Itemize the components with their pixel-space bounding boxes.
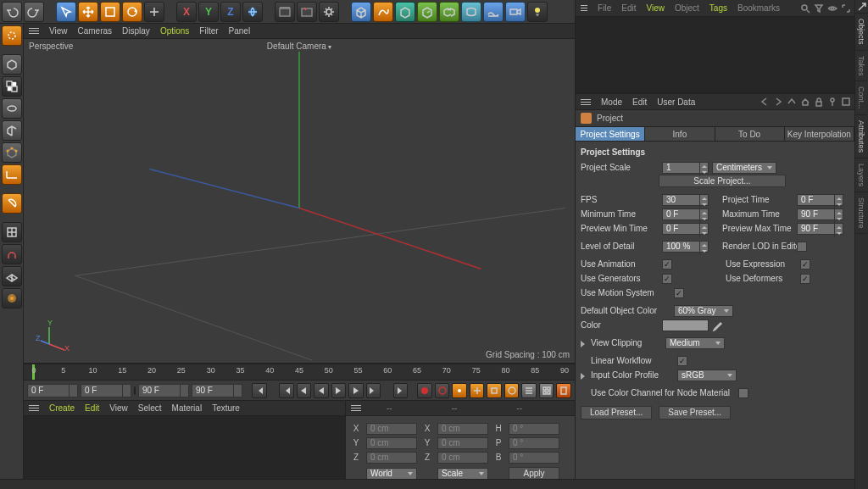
expand-icon[interactable] [581, 340, 587, 347]
autokey-button[interactable] [435, 383, 450, 398]
tab-attributes[interactable]: Attributes [855, 115, 867, 158]
render-settings-button[interactable] [319, 2, 339, 22]
generator-subdiv[interactable] [417, 2, 437, 22]
eye-icon[interactable] [827, 3, 837, 14]
workplane-button[interactable] [2, 266, 22, 286]
menu-view[interactable]: View [646, 3, 665, 13]
coord-scale-dropdown[interactable]: Scale [437, 468, 488, 480]
min-time-field[interactable]: 0 F [662, 208, 709, 220]
key-selection-button[interactable] [452, 383, 467, 398]
menu-material[interactable]: Material [172, 403, 203, 413]
corner-icon[interactable] [855, 0, 868, 14]
time-current-field[interactable]: 0 F [27, 384, 78, 397]
menu-icon[interactable] [351, 405, 361, 411]
next-key-button[interactable] [366, 383, 381, 398]
spline-tool[interactable] [373, 2, 393, 22]
coord-b[interactable]: 0 ° [509, 452, 559, 464]
menu-icon[interactable] [581, 99, 591, 105]
coord-p[interactable]: 0 ° [509, 437, 559, 449]
vp-menu-display[interactable]: Display [122, 26, 150, 36]
record-button[interactable] [417, 383, 432, 398]
nav-up-icon[interactable] [787, 97, 797, 107]
menu-bookmarks[interactable]: Bookmarks [737, 3, 780, 13]
z-axis-lock[interactable]: Z [220, 2, 241, 22]
fps-field[interactable]: 30 [662, 194, 709, 206]
rotate-tool[interactable] [122, 2, 142, 22]
workplane-mode[interactable] [2, 120, 22, 141]
viewport[interactable]: Perspective Default Camera Y X Z Grid Sp… [24, 39, 575, 364]
project-scale-unit[interactable]: Centimeters [712, 162, 776, 174]
tab-content[interactable]: Cont... [855, 81, 867, 115]
select-tool[interactable] [56, 2, 76, 22]
point-mode[interactable] [2, 142, 22, 163]
tab-objects[interactable]: Objects [855, 14, 867, 51]
expand-icon[interactable] [841, 3, 851, 14]
menu-object[interactable]: Object [675, 3, 699, 13]
max-time-field[interactable]: 90 F [797, 208, 843, 220]
menu-texture[interactable]: Texture [212, 403, 240, 413]
menu-select[interactable]: Select [138, 403, 162, 413]
model-mode[interactable] [2, 76, 22, 97]
generator-array[interactable] [439, 2, 459, 22]
menu-icon[interactable] [581, 5, 587, 11]
nav-fwd-icon[interactable] [773, 97, 783, 107]
vp-menu-panel[interactable]: Panel [229, 26, 251, 36]
menu-edit[interactable]: Edit [632, 97, 647, 107]
expand-icon[interactable] [581, 372, 587, 379]
popout-icon[interactable] [841, 97, 851, 107]
vp-menu-cameras[interactable]: Cameras [78, 26, 113, 36]
timeline-ruler[interactable]: 051015202530354045505560657075808590 [24, 364, 575, 381]
edge-mode[interactable] [2, 164, 22, 185]
tab-todo[interactable]: To Do [715, 127, 785, 141]
filter-icon[interactable] [814, 3, 824, 14]
enable-axis[interactable] [2, 193, 22, 214]
preview-max-field[interactable]: 90 F [797, 223, 843, 235]
texture-mode[interactable] [2, 98, 22, 119]
next-frame-button[interactable] [348, 383, 364, 398]
color-picker-icon[interactable] [712, 320, 724, 331]
tab-layers[interactable]: Layers [855, 158, 867, 192]
x-axis-lock[interactable]: X [176, 2, 197, 22]
prev-frame-button[interactable] [297, 383, 312, 398]
last-tool[interactable] [144, 2, 164, 22]
input-color-profile-dropdown[interactable]: sRGB [677, 370, 737, 381]
search-icon[interactable] [800, 3, 810, 14]
save-preset-button[interactable]: Save Preset... [659, 406, 731, 420]
project-scale-field[interactable]: 1 [662, 162, 709, 174]
time-to-field[interactable]: 90 F [138, 384, 189, 397]
linear-workflow-checkbox[interactable] [677, 356, 687, 366]
preview-min-field[interactable]: 0 F [662, 223, 709, 235]
coord-x-pos[interactable]: 0 cm [366, 423, 417, 435]
scale-project-button[interactable]: Scale Project... [659, 175, 786, 187]
goto-start-button[interactable] [252, 383, 267, 398]
tab-structure[interactable]: Structure [855, 192, 867, 235]
use-deformers-checkbox[interactable] [800, 274, 810, 284]
redo-button[interactable] [24, 2, 44, 22]
goto-end-button[interactable] [393, 383, 409, 398]
nav-back-icon[interactable] [760, 97, 770, 107]
cube-primitive[interactable] [351, 2, 371, 22]
menu-icon[interactable] [29, 405, 39, 411]
tab-project-settings[interactable]: Project Settings [576, 127, 645, 141]
coord-y-pos[interactable]: 0 cm [366, 437, 417, 449]
project-time-field[interactable]: 0 F [797, 194, 843, 206]
coord-z-pos[interactable]: 0 cm [366, 452, 417, 464]
use-motion-checkbox[interactable] [674, 288, 684, 298]
scale-tool[interactable] [100, 2, 120, 22]
light-button[interactable] [527, 2, 548, 22]
use-expression-checkbox[interactable] [800, 259, 810, 270]
use-generators-checkbox[interactable] [662, 274, 672, 284]
default-color-dropdown[interactable]: 60% Gray [674, 305, 733, 317]
coord-y-size[interactable]: 0 cm [437, 437, 488, 449]
live-select-tool[interactable] [2, 25, 22, 46]
y-axis-lock[interactable]: Y [198, 2, 219, 22]
menu-mode[interactable]: Mode [601, 97, 622, 107]
menu-edit[interactable]: Edit [621, 3, 636, 13]
environment-button[interactable] [483, 2, 504, 22]
render-lod-checkbox[interactable] [797, 242, 807, 252]
coord-z-size[interactable]: 0 cm [437, 452, 488, 464]
range-slider[interactable] [134, 386, 136, 395]
vp-menu-filter[interactable]: Filter [199, 26, 218, 36]
prev-key-button[interactable] [279, 383, 294, 398]
lod-field[interactable]: 100 % [662, 241, 709, 253]
